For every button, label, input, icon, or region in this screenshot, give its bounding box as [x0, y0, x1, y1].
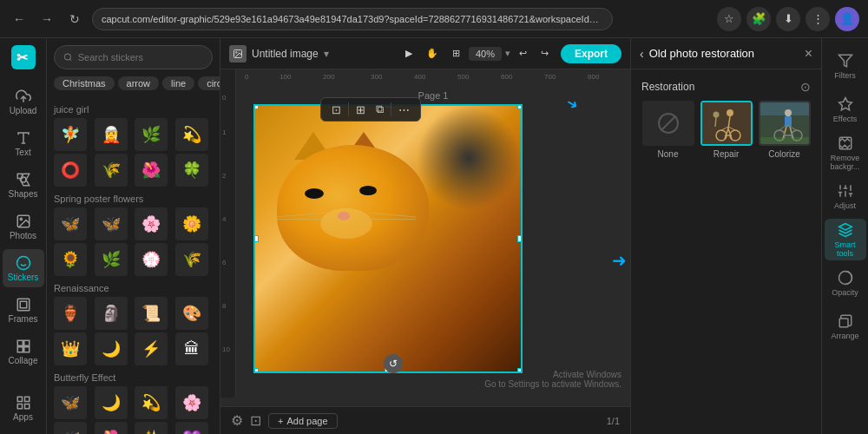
restoration-title-arrow: ➜ — [563, 94, 582, 114]
list-item[interactable]: ⚡ — [135, 332, 168, 365]
list-item[interactable]: 💫 — [135, 386, 168, 419]
rotate-btn[interactable]: ↺ — [384, 354, 403, 373]
list-item[interactable]: 🏺 — [54, 297, 87, 330]
toolbar-arrange[interactable]: Arrange — [825, 306, 866, 347]
crop-btn[interactable]: ⊡ — [328, 102, 345, 118]
url-text: capcut.com/editor-graphic/529e93e161a946… — [102, 14, 603, 24]
list-item[interactable]: 🦋 — [95, 207, 128, 240]
toolbar-adjust[interactable]: Adjust — [825, 175, 866, 217]
none-icon — [658, 113, 679, 134]
settings-btn[interactable]: ⋮ — [806, 7, 830, 31]
list-item[interactable]: 🌼 — [175, 207, 208, 240]
forward-btn[interactable]: → — [36, 9, 57, 30]
list-item[interactable]: 🌸 — [135, 207, 168, 240]
sidebar-item-text[interactable]: Text — [3, 124, 44, 162]
toolbar-filters[interactable]: Filters — [825, 45, 866, 87]
sticker-scroll[interactable]: juice girl 🧚 🧝 🌿 💫 ⭕ 🌾 🌺 🍀 Spring poster… — [47, 95, 220, 434]
sidebar-item-upload[interactable]: Upload — [3, 82, 44, 121]
search-stickers-area — [47, 38, 220, 76]
search-input[interactable] — [78, 52, 203, 62]
handle-top-right[interactable] — [517, 104, 523, 109]
canvas-workspace[interactable]: Page 1 ⊡ ⊞ ⧉ ⋯ — [236, 85, 630, 398]
zoom-level[interactable]: 40% — [469, 47, 502, 61]
handle-mid-left[interactable] — [253, 235, 259, 242]
list-item[interactable]: 🌺 — [135, 154, 168, 187]
page-settings-btn[interactable]: ⚙ — [231, 412, 243, 429]
undo-btn[interactable]: ↩ — [514, 45, 532, 62]
panel-back-btn[interactable]: ‹ — [640, 47, 644, 61]
list-item[interactable]: 🌻 — [54, 243, 87, 276]
more-options-btn[interactable]: ⋯ — [395, 102, 413, 118]
tag-circ[interactable]: circ — [198, 76, 220, 90]
list-item[interactable]: 🌸 — [175, 386, 208, 419]
handle-bottom-left[interactable] — [253, 368, 259, 373]
redo-btn[interactable]: ↪ — [536, 45, 554, 62]
handle-mid-right[interactable] — [517, 235, 523, 242]
list-item[interactable]: 🦋 — [54, 207, 87, 240]
toolbar-opacity[interactable]: Opacity — [825, 262, 866, 304]
sidebar-item-stickers[interactable]: Stickers — [3, 249, 44, 287]
download-btn[interactable]: ⬇ — [776, 7, 800, 31]
list-item[interactable]: ✨ — [135, 422, 168, 434]
sidebar-item-shapes[interactable]: Shapes — [3, 166, 44, 204]
option-repair[interactable]: Repair — [700, 101, 753, 159]
restoration-info-btn[interactable]: ⊙ — [800, 80, 811, 94]
list-item[interactable]: 🦋 — [54, 422, 87, 434]
url-bar[interactable]: capcut.com/editor-graphic/529e93e161a946… — [92, 8, 613, 30]
list-item[interactable]: 💮 — [135, 243, 168, 276]
handle-top-left[interactable] — [253, 104, 259, 109]
list-item[interactable]: ⭕ — [54, 154, 87, 187]
list-item[interactable]: 🧚 — [54, 118, 87, 151]
list-item[interactable]: 🗿 — [95, 297, 128, 330]
zoom-dropdown[interactable]: ▾ — [505, 48, 510, 59]
list-item[interactable]: 🌺 — [95, 422, 128, 434]
sidebar-item-frames[interactable]: Frames — [3, 291, 44, 329]
list-item[interactable]: 💫 — [175, 118, 208, 151]
option-colorize[interactable]: Colorize — [758, 101, 811, 159]
list-item[interactable]: 🌾 — [175, 243, 208, 276]
toolbar-remove-bg[interactable]: Remove backgr... — [825, 132, 866, 174]
toolbar-smart-tools[interactable]: Smart tools — [825, 219, 866, 260]
option-none[interactable]: None — [641, 101, 694, 159]
play-btn[interactable]: ▶ — [400, 45, 418, 62]
reload-btn[interactable]: ↻ — [64, 9, 85, 30]
list-item[interactable]: 🌙 — [95, 386, 128, 419]
back-btn[interactable]: ← — [9, 9, 30, 30]
hand-btn[interactable]: ✋ — [421, 45, 444, 62]
tag-arrow[interactable]: arrow — [118, 76, 160, 90]
sidebar-item-photos[interactable]: Photos — [3, 207, 44, 246]
smart-tools-arrow: ➜ — [612, 250, 627, 271]
list-item[interactable]: 🦋 — [54, 386, 87, 419]
export-button[interactable]: Export — [561, 44, 621, 63]
panel-close-btn[interactable]: × — [805, 46, 812, 62]
list-item[interactable]: 🌿 — [135, 118, 168, 151]
duplicate-btn[interactable]: ⧉ — [372, 101, 387, 118]
profile-btn[interactable]: 👤 — [835, 7, 859, 31]
list-item[interactable]: 🌿 — [95, 243, 128, 276]
tag-line[interactable]: line — [162, 76, 194, 90]
handle-bottom-right[interactable] — [517, 368, 523, 373]
bookmark-btn[interactable]: ☆ — [717, 7, 741, 31]
grid-btn[interactable]: ⊞ — [447, 45, 465, 62]
list-item[interactable]: 🏛 — [175, 332, 208, 365]
list-item[interactable]: 🎨 — [175, 297, 208, 330]
sidebar-item-apps[interactable]: Apps — [3, 389, 44, 427]
list-item[interactable]: 🧝 — [95, 118, 128, 151]
add-page-button[interactable]: + Add page — [268, 413, 338, 429]
page-view-btn[interactable]: ⊡ — [250, 412, 261, 429]
search-input-wrap[interactable] — [54, 45, 213, 69]
svg-point-37 — [713, 112, 719, 118]
list-item[interactable]: 💜 — [175, 422, 208, 434]
sidebar-item-collage[interactable]: Collage — [3, 332, 44, 371]
list-item[interactable]: 🍀 — [175, 154, 208, 187]
list-item[interactable]: 🌾 — [95, 154, 128, 187]
cat-image-frame[interactable] — [253, 104, 523, 373]
list-item[interactable]: 🌙 — [95, 332, 128, 365]
toolbar-effects[interactable]: Effects — [825, 89, 866, 130]
tag-christmas[interactable]: Christmas — [54, 76, 115, 90]
list-item[interactable]: 📜 — [135, 297, 168, 330]
grid-view-btn[interactable]: ⊞ — [352, 102, 369, 118]
canvas-title-dropdown[interactable]: ▾ — [324, 48, 329, 60]
extension-btn[interactable]: 🧩 — [746, 7, 771, 31]
list-item[interactable]: 👑 — [54, 332, 87, 365]
